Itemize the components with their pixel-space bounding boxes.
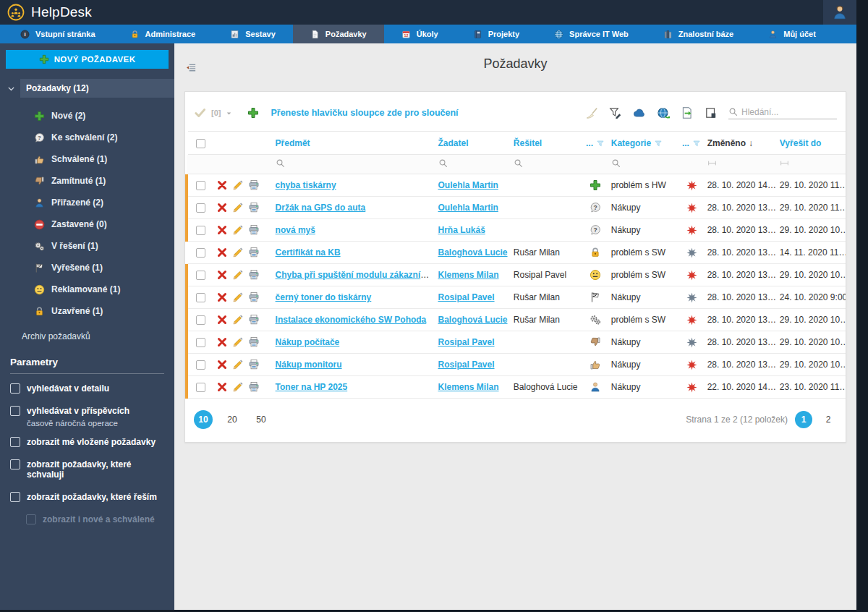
request-subject-link[interactable]: Toner na HP 2025 <box>276 382 348 392</box>
delete-icon[interactable] <box>216 292 228 303</box>
refresh-icon[interactable] <box>657 106 670 119</box>
sidebar-tree-item[interactable]: Zastavené (0) <box>0 213 174 235</box>
row-checkbox[interactable] <box>196 293 205 302</box>
page-number[interactable]: 2 <box>820 411 837 428</box>
request-subject-link[interactable]: Certifikát na KB <box>276 247 341 258</box>
sidebar-tree-item[interactable]: V řešení (1) <box>0 235 174 257</box>
delete-icon[interactable] <box>216 359 228 370</box>
param-checkbox-row[interactable]: zobrazit požadavky, které řeším <box>10 492 164 505</box>
nav-tab[interactable]: Administrace <box>113 25 213 43</box>
search-filter-icon[interactable] <box>438 158 448 168</box>
column-header-changed[interactable]: Změněno↓ <box>705 132 777 155</box>
checkbox[interactable] <box>10 437 20 447</box>
param-checkbox-row[interactable]: vyhledávat v příspěvcíchčasově náročná o… <box>10 406 164 428</box>
delete-icon[interactable] <box>216 314 228 326</box>
card-view-icon[interactable] <box>705 106 718 119</box>
nav-tab[interactable]: Správce IT Web <box>537 25 646 43</box>
search-input[interactable] <box>741 107 828 117</box>
print-icon[interactable] <box>248 292 260 303</box>
delete-icon[interactable] <box>216 269 228 281</box>
cloud-icon[interactable] <box>633 106 646 119</box>
param-checkbox-row[interactable]: zobrazit mé vložené požadavky <box>10 437 164 450</box>
edit-icon[interactable] <box>232 202 244 213</box>
column-header-priority[interactable]: ... <box>679 132 705 155</box>
search-filter-icon[interactable] <box>514 158 523 168</box>
edit-icon[interactable] <box>232 224 244 236</box>
request-subject-link[interactable]: Instalace ekonomického SW Pohoda <box>276 315 427 325</box>
row-checkbox[interactable] <box>196 271 205 280</box>
requester-link[interactable]: Baloghová Lucie <box>438 247 508 258</box>
checkbox[interactable] <box>10 459 20 469</box>
delete-icon[interactable] <box>216 202 228 213</box>
print-icon[interactable] <box>248 336 260 348</box>
row-checkbox[interactable] <box>196 383 205 392</box>
column-header-solver[interactable]: Řešitel <box>511 132 583 155</box>
row-checkbox[interactable] <box>196 203 205 213</box>
sidebar-item-pozadavky-root[interactable]: Požadavky (12) <box>20 79 174 98</box>
print-icon[interactable] <box>248 202 260 213</box>
delete-icon[interactable] <box>216 179 228 191</box>
column-header-requester[interactable]: Žadatel <box>435 132 511 155</box>
requester-link[interactable]: Oulehla Martin <box>438 180 498 190</box>
edit-icon[interactable] <box>232 336 244 348</box>
clear-icon[interactable] <box>585 106 598 119</box>
edit-icon[interactable] <box>232 314 244 326</box>
edit-icon[interactable] <box>232 179 244 191</box>
param-checkbox-row[interactable]: vyhledávat v detailu <box>10 383 164 396</box>
delete-icon[interactable] <box>216 336 228 348</box>
row-checkbox[interactable] <box>196 248 205 258</box>
edit-icon[interactable] <box>232 381 244 393</box>
request-subject-link[interactable]: Chyba při spuštění modulu zákazníků v C… <box>276 270 435 280</box>
column-header-status[interactable]: ... <box>583 132 608 155</box>
row-checkbox[interactable] <box>196 360 205 370</box>
delete-icon[interactable] <box>216 381 228 393</box>
print-icon[interactable] <box>248 224 260 236</box>
checkbox[interactable] <box>10 492 20 502</box>
page-size-option[interactable]: 50 <box>252 410 271 429</box>
nav-tab[interactable]: Znalostní báze <box>646 25 751 43</box>
print-icon[interactable] <box>248 359 260 370</box>
page-number[interactable]: 1 <box>795 411 812 428</box>
edit-icon[interactable] <box>232 269 244 281</box>
edit-icon[interactable] <box>232 247 244 258</box>
print-icon[interactable] <box>248 314 260 326</box>
print-icon[interactable] <box>248 269 260 281</box>
sidebar-tree-item[interactable]: Schválené (1) <box>0 148 174 170</box>
search-filter-icon[interactable] <box>611 158 621 168</box>
request-subject-link[interactable]: černý toner do tiskárny <box>276 292 372 302</box>
checkbox[interactable] <box>10 383 20 394</box>
column-header-due[interactable]: Vyřešit do <box>777 132 846 155</box>
edit-icon[interactable] <box>232 359 244 370</box>
checkbox[interactable] <box>26 514 36 524</box>
sidebar-tree-item[interactable]: Přiřazené (2) <box>0 192 174 213</box>
sidebar-tree-item[interactable]: Reklamované (1) <box>0 279 174 300</box>
sidebar-tree-item[interactable]: Nové (2) <box>0 105 174 127</box>
delete-icon[interactable] <box>216 247 228 258</box>
request-subject-link[interactable]: chyba tiskárny <box>276 180 336 190</box>
checkbox[interactable] <box>10 406 20 416</box>
request-subject-link[interactable]: Nákup počítače <box>276 337 340 347</box>
column-header-subject[interactable]: Předmět <box>273 132 435 155</box>
new-request-button[interactable]: NOVÝ POŽADAVEK <box>6 50 169 69</box>
sidebar-tree-item[interactable]: Vyřešené (1) <box>0 257 174 279</box>
requester-link[interactable]: Rosipal Pavel <box>438 337 495 347</box>
request-subject-link[interactable]: Nákup monitoru <box>276 360 342 370</box>
row-checkbox[interactable] <box>196 338 205 347</box>
caret-down-icon[interactable] <box>225 109 233 117</box>
requester-link[interactable]: Baloghová Lucie <box>438 315 508 325</box>
date-range-filter-icon[interactable] <box>780 158 789 168</box>
nav-tab[interactable]: Vstupní stránka <box>3 25 113 43</box>
add-icon[interactable] <box>247 107 259 119</box>
requester-link[interactable]: Klemens Milan <box>438 270 499 280</box>
requester-link[interactable]: Rosipal Pavel <box>438 292 495 302</box>
filter-icon[interactable] <box>654 139 663 148</box>
requester-link[interactable]: Klemens Milan <box>438 382 499 392</box>
sidebar-tree-item[interactable]: Uzavřené (1) <box>0 300 174 322</box>
row-checkbox[interactable] <box>196 226 205 235</box>
print-icon[interactable] <box>248 179 260 191</box>
collapse-sidebar-button[interactable] <box>186 62 197 73</box>
row-checkbox[interactable] <box>196 181 205 190</box>
filter-builder-icon[interactable] <box>609 106 622 119</box>
nav-tab[interactable]: Projekty <box>456 25 537 43</box>
filter-icon[interactable] <box>692 139 701 148</box>
